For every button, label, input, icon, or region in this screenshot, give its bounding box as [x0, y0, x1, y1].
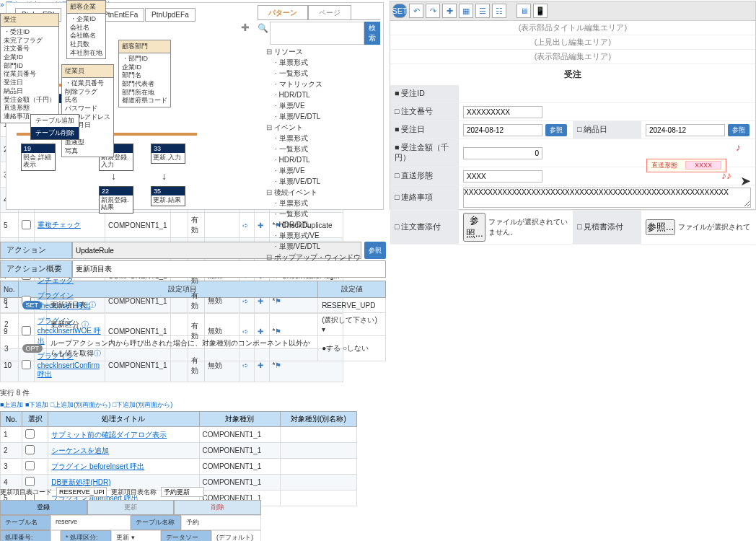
- tree-item[interactable]: · 一覧形式: [275, 208, 380, 219]
- arrow-icon: ↓: [162, 170, 167, 182]
- reg-name-input[interactable]: [161, 487, 204, 497]
- browse-button-1[interactable]: 参照...: [463, 213, 485, 242]
- tree-item[interactable]: · HDR/DTL: [275, 219, 380, 230]
- toolbar-set-icon[interactable]: SET: [392, 4, 407, 18]
- reg-code-input[interactable]: [56, 487, 107, 497]
- tree-item[interactable]: · HDR/DTL: [275, 154, 380, 165]
- tree-item[interactable]: · マトリックス: [275, 79, 380, 89]
- reg-ds-value[interactable]: (デフォルト) ▾: [211, 530, 261, 541]
- setting-value[interactable]: (選択して下さい) ▾: [318, 313, 386, 336]
- info-icon[interactable]: ⓘ: [94, 349, 101, 357]
- list-icon[interactable]: ☰: [475, 4, 490, 18]
- reg-name-label: 更新項目表名称: [111, 488, 157, 497]
- row-checkbox[interactable]: [22, 326, 31, 335]
- flag-icon[interactable]: ⚑: [275, 297, 281, 305]
- info-icon[interactable]: ⓘ: [82, 320, 89, 328]
- input-order-date[interactable]: [463, 124, 542, 136]
- cell: COMPONENT1_1: [199, 459, 280, 475]
- tree-item[interactable]: · 単票形式: [275, 133, 380, 144]
- tree-item[interactable]: · 単票/VE: [275, 165, 380, 176]
- tree-search-input[interactable]: [270, 22, 364, 45]
- reg-proctype-value[interactable]: 更新 ▾: [111, 530, 161, 541]
- add-icon[interactable]: ✚: [258, 297, 263, 305]
- tree-group[interactable]: イベント: [266, 122, 380, 133]
- add-icon[interactable]: ✚: [258, 327, 263, 335]
- diagram-node[interactable]: 33更新.入力: [151, 144, 185, 164]
- tree-item[interactable]: · 一覧形式: [275, 68, 380, 79]
- add-icon[interactable]: ✚: [258, 361, 263, 369]
- add-tab-icon[interactable]: ✚: [241, 22, 250, 33]
- monitor-icon[interactable]: 🖥: [517, 4, 531, 18]
- tree-item[interactable]: · 単票形式: [275, 57, 380, 68]
- row-checkbox[interactable]: [25, 445, 35, 454]
- tree-icon[interactable]: ☷: [492, 4, 506, 18]
- tree-item[interactable]: · 単票/VE/DTL: [275, 111, 380, 122]
- reg-tab-update[interactable]: 更新: [87, 500, 175, 515]
- tree-item[interactable]: · 一覧形式: [275, 144, 380, 154]
- reg-tab-delete[interactable]: 削除: [174, 500, 261, 515]
- info-icon[interactable]: ⓘ: [89, 301, 96, 309]
- tree-group[interactable]: リソース: [266, 46, 380, 57]
- row-checkbox[interactable]: [25, 477, 35, 486]
- tree-tab-page[interactable]: ページ: [308, 5, 351, 19]
- er-table[interactable]: 顧客企業・企業ID会社名会社略名社員数本社所在地: [66, 0, 106, 59]
- er-table[interactable]: 顧客部門・部門ID企業ID部門名部門代表者部門所在地都道府県コード: [118, 40, 171, 107]
- row-checkbox[interactable]: [22, 360, 31, 369]
- tree-item[interactable]: · 単票/VE/DTL: [275, 176, 380, 187]
- ref-button[interactable]: 参照: [545, 124, 567, 136]
- tree-item[interactable]: · 単票/VE: [275, 100, 380, 111]
- tree-item[interactable]: · 単票形式/VE: [275, 230, 380, 241]
- action-summary-input[interactable]: [72, 260, 386, 278]
- tree-item[interactable]: · 単票/VE/DTL: [275, 241, 380, 252]
- row-checkbox[interactable]: [25, 429, 35, 439]
- popup-ship-type[interactable]: 直送形態 XXXX: [646, 159, 726, 172]
- tree-search-button[interactable]: 検索: [364, 22, 380, 45]
- textarea-note[interactable]: XXXXXXXXXXXXXXXXXXXXXXXXXXXXXXXXXXXXXXXX…: [463, 188, 751, 208]
- reg-table-disp-value: 予約: [181, 515, 261, 530]
- edit-header-1: (表示部品タイトル編集エリア): [390, 21, 755, 35]
- diagram-node[interactable]: 19照会.詳細表示: [21, 144, 56, 171]
- undo-icon[interactable]: ↶: [409, 4, 423, 18]
- setting-value[interactable]: RESERVE_UPD: [318, 298, 386, 313]
- reg-code-label: 更新項目表コード: [0, 488, 52, 497]
- tree-panel: パターン ページ 🔍 検索 リソース· 単票形式· 一覧形式· マトリックス· …: [258, 5, 380, 263]
- row-checkbox[interactable]: [22, 220, 31, 229]
- grid-icon[interactable]: ▦: [459, 4, 473, 18]
- flag-icon[interactable]: ⚑: [275, 361, 281, 369]
- action-icon[interactable]: ➪: [242, 327, 248, 335]
- title-link[interactable]: 重複チェック: [38, 221, 81, 229]
- redo-icon[interactable]: ↷: [426, 4, 440, 18]
- tree-group[interactable]: ポップアップ・ウィンドウ: [266, 252, 380, 263]
- reg-proctype-label: * 処理区分:: [61, 530, 111, 541]
- diagram-node[interactable]: 22新規登録.結果: [99, 186, 133, 214]
- action-icon[interactable]: ➪: [242, 361, 248, 369]
- diagram-node[interactable]: 35更新.結果: [151, 186, 185, 206]
- form-toolbar: SET ↶ ↷ ✚ ▦ ☰ ☷ 🖥 📱: [390, 1, 755, 21]
- action-icon[interactable]: ➪: [242, 297, 248, 305]
- browse-button-2[interactable]: 参照...: [646, 219, 675, 235]
- diagram-tab-2[interactable]: PtnUpdEFa: [145, 8, 195, 22]
- flag-icon[interactable]: ⚑: [275, 327, 281, 335]
- input-order-no[interactable]: [463, 106, 542, 118]
- cell: [280, 491, 356, 506]
- search-icon: 🔍: [258, 22, 268, 45]
- er-table[interactable]: 受注・受注ID未完了フラグ注文番号企業ID部門ID従業員番号受注日納品日受注金額…: [0, 13, 59, 123]
- mobile-icon[interactable]: 📱: [533, 4, 548, 18]
- action-icon[interactable]: ➪: [242, 221, 248, 229]
- tree-tab-pattern[interactable]: パターン: [258, 5, 308, 19]
- menu-delete-table[interactable]: テーブル削除: [31, 127, 79, 139]
- setting-value[interactable]: ●する ○しない: [318, 336, 386, 361]
- tree-group[interactable]: 後続イベント: [266, 187, 380, 198]
- er-table[interactable]: 従業員・従業員番号削除フラグ氏名パスワードメールアドレス生年月日性別血液型写真: [61, 64, 114, 157]
- tree-item[interactable]: · 単票形式: [275, 198, 380, 208]
- menu-add-table[interactable]: テーブル追加: [31, 115, 79, 127]
- input-amount[interactable]: [463, 147, 542, 159]
- tree-item[interactable]: · HDR/DTL: [275, 89, 380, 100]
- reg-tab-register[interactable]: 登録: [0, 500, 87, 515]
- ref-button[interactable]: 参照: [728, 124, 750, 136]
- input-ship-type[interactable]: [463, 170, 542, 182]
- add-icon[interactable]: ✚: [442, 4, 457, 18]
- input-delivery-date[interactable]: [646, 124, 725, 136]
- er-context-menu[interactable]: テーブル追加 テーブル削除: [30, 114, 79, 140]
- row-checkbox[interactable]: [25, 461, 35, 470]
